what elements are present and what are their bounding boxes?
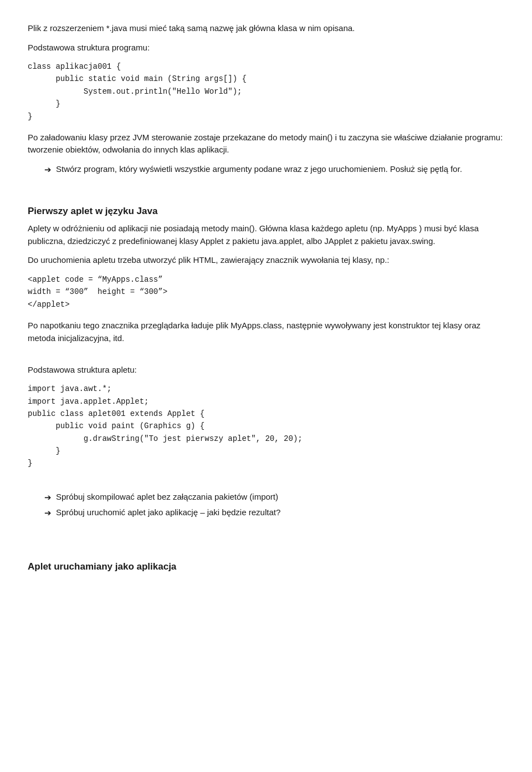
section1-para1: Aplety w odróżnieniu od aplikacji nie po…	[28, 222, 504, 247]
section3-heading: Aplet uruchamiany jako aplikacja	[28, 560, 504, 574]
task2-text-1: Spróbuj uruchomić aplet jako aplikację –…	[56, 506, 280, 519]
paragraph-2: Po napotkaniu tego znacznika przeglądark…	[28, 319, 504, 344]
code-block-2: <applet code = “MyApps.class” width = “3…	[28, 273, 504, 311]
section2-heading: Podstawowa struktura apletu:	[28, 364, 504, 377]
task-item-1: ➔ Stwórz program, który wyświetli wszyst…	[44, 163, 504, 176]
task-text-1: Stwórz program, który wyświetli wszystki…	[56, 163, 462, 176]
task2-item-0: ➔ Spróbuj skompilować aplet bez załączan…	[44, 491, 504, 504]
intro-line1: Plik z rozszerzeniem *.java musi mieć ta…	[28, 22, 504, 35]
arrow-icon-2: ➔	[44, 491, 52, 504]
task2-text-0: Spróbuj skompilować aplet bez załączania…	[56, 491, 278, 504]
section1-heading: Pierwszy aplet w języku Java	[28, 204, 504, 219]
paragraph-1: Po załadowaniu klasy przez JVM sterowani…	[28, 131, 504, 156]
code-block-3: import java.awt.*; import java.applet.Ap…	[28, 383, 504, 470]
arrow-icon-3: ➔	[44, 507, 52, 520]
intro-line2: Podstawowa struktura programu:	[28, 42, 504, 54]
tasks2-list: ➔ Spróbuj skompilować aplet bez załączan…	[28, 491, 504, 519]
code-block-1: class aplikacja001 { public static void …	[28, 60, 504, 123]
arrow-icon-1: ➔	[44, 164, 52, 176]
task2-item-1: ➔ Spróbuj uruchomić aplet jako aplikację…	[44, 506, 504, 520]
section1-para2: Do uruchomienia apletu trzeba utworzyć p…	[28, 254, 504, 267]
